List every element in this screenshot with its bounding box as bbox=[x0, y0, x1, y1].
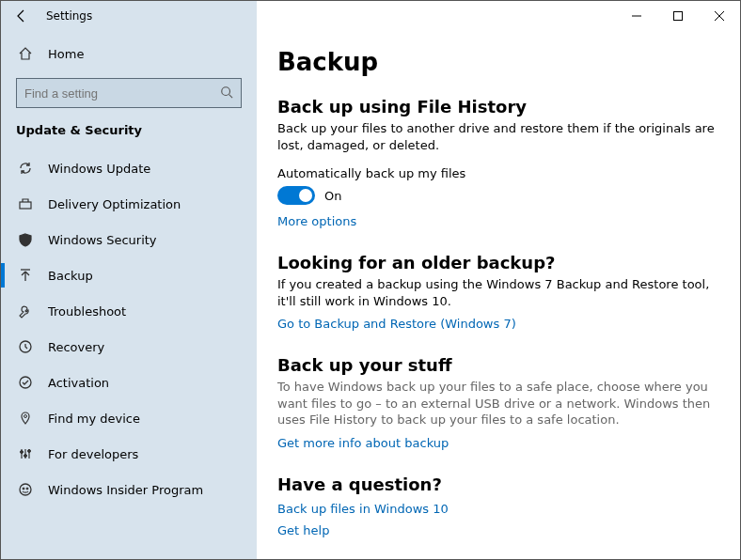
sidebar-item-label: Home bbox=[48, 47, 84, 61]
svg-point-8 bbox=[24, 415, 27, 418]
auto-backup-label: Automatically back up my files bbox=[277, 166, 721, 180]
close-button[interactable] bbox=[699, 1, 740, 31]
sidebar-item-label: Backup bbox=[48, 269, 93, 283]
sidebar-home[interactable]: Home bbox=[1, 37, 257, 70]
svg-line-3 bbox=[229, 94, 233, 98]
backup-restore-link[interactable]: Go to Backup and Restore (Windows 7) bbox=[277, 317, 721, 331]
sidebar-section-title: Update & Security bbox=[1, 117, 257, 150]
sidebar-item-label: Activation bbox=[48, 376, 109, 390]
backup-icon bbox=[16, 266, 35, 285]
sidebar-item-label: Find my device bbox=[48, 412, 140, 426]
more-options-link[interactable]: More options bbox=[277, 214, 356, 228]
svg-point-14 bbox=[26, 488, 28, 490]
svg-point-2 bbox=[222, 86, 230, 95]
more-info-link[interactable]: Get more info about backup bbox=[277, 436, 721, 450]
check-circle-icon bbox=[16, 373, 35, 392]
maximize-button[interactable] bbox=[657, 1, 699, 31]
sidebar-item-backup[interactable]: Backup bbox=[1, 257, 257, 293]
sidebar-item-label: Windows Security bbox=[48, 233, 157, 247]
sidebar-item-label: Delivery Optimization bbox=[48, 197, 181, 211]
insider-icon bbox=[16, 480, 35, 499]
page-title: Backup bbox=[277, 48, 721, 76]
sidebar-item-for-developers[interactable]: For developers bbox=[1, 436, 257, 472]
main-content: Backup Back up using File History Back u… bbox=[257, 31, 740, 559]
sidebar-item-delivery-optimization[interactable]: Delivery Optimization bbox=[1, 186, 257, 222]
svg-point-13 bbox=[23, 488, 24, 490]
sidebar-item-recovery[interactable]: Recovery bbox=[1, 329, 257, 365]
sidebar-item-troubleshoot[interactable]: Troubleshoot bbox=[1, 293, 257, 329]
titlebar: Settings bbox=[1, 1, 740, 31]
svg-point-11 bbox=[28, 450, 31, 453]
get-help-link[interactable]: Get help bbox=[277, 523, 721, 537]
toggle-state-label: On bbox=[324, 189, 341, 203]
svg-point-12 bbox=[20, 484, 31, 495]
sidebar-item-label: Troubleshoot bbox=[48, 304, 126, 319]
svg-point-9 bbox=[21, 451, 24, 454]
sidebar-item-windows-security[interactable]: Windows Security bbox=[1, 222, 257, 257]
sidebar-item-activation[interactable]: Activation bbox=[1, 365, 257, 400]
home-icon bbox=[16, 44, 35, 63]
sidebar-item-find-my-device[interactable]: Find my device bbox=[1, 400, 257, 436]
wrench-icon bbox=[16, 302, 35, 320]
back-button[interactable] bbox=[1, 1, 42, 31]
window-title: Settings bbox=[42, 9, 92, 23]
developers-icon bbox=[16, 444, 35, 463]
sidebar-item-windows-insider[interactable]: Windows Insider Program bbox=[1, 472, 257, 507]
sync-icon bbox=[16, 159, 35, 178]
backup-stuff-heading: Back up your stuff bbox=[277, 355, 721, 375]
sidebar-item-label: Windows Insider Program bbox=[48, 483, 203, 497]
minimize-button[interactable] bbox=[616, 1, 657, 31]
backup-stuff-desc: To have Windows back up your files to a … bbox=[277, 379, 721, 428]
sidebar: Home Update & Security Windows Update bbox=[1, 31, 257, 559]
auto-backup-toggle[interactable] bbox=[277, 186, 315, 205]
svg-point-7 bbox=[20, 377, 31, 388]
svg-point-10 bbox=[24, 455, 27, 458]
svg-rect-1 bbox=[674, 12, 683, 21]
delivery-icon bbox=[16, 194, 35, 213]
sidebar-item-label: For developers bbox=[48, 447, 138, 461]
search-input[interactable] bbox=[24, 86, 220, 101]
search-icon bbox=[220, 86, 233, 101]
question-heading: Have a question? bbox=[277, 474, 721, 494]
search-box[interactable] bbox=[16, 78, 242, 108]
sidebar-item-label: Recovery bbox=[48, 340, 104, 354]
file-history-desc: Back up your files to another drive and … bbox=[277, 120, 721, 153]
older-backup-heading: Looking for an older backup? bbox=[277, 253, 721, 272]
recovery-icon bbox=[16, 337, 35, 356]
file-history-heading: Back up using File History bbox=[277, 97, 721, 117]
sidebar-item-label: Windows Update bbox=[48, 162, 150, 176]
location-icon bbox=[16, 409, 35, 428]
svg-rect-4 bbox=[20, 202, 31, 209]
backup-files-link[interactable]: Back up files in Windows 10 bbox=[277, 502, 721, 516]
sidebar-item-windows-update[interactable]: Windows Update bbox=[1, 150, 257, 186]
older-backup-desc: If you created a backup using the Window… bbox=[277, 276, 721, 309]
shield-icon bbox=[16, 230, 35, 249]
